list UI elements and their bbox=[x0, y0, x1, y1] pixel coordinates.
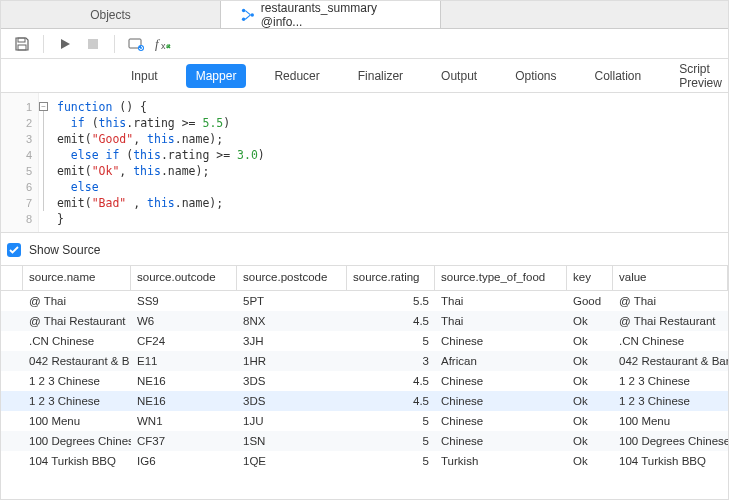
tab-objects[interactable]: Objects bbox=[1, 1, 221, 28]
cell bbox=[1, 319, 23, 323]
col-value[interactable]: value bbox=[613, 266, 728, 290]
cell bbox=[1, 459, 23, 463]
cell: 5.5 bbox=[347, 293, 435, 309]
show-source-label: Show Source bbox=[29, 243, 100, 257]
cell: SS9 bbox=[131, 293, 237, 309]
subtab-input[interactable]: Input bbox=[121, 64, 168, 88]
cell: Chinese bbox=[435, 393, 567, 409]
col-source-type[interactable]: source.type_of_food bbox=[435, 266, 567, 290]
col-source-postcode[interactable]: source.postcode bbox=[237, 266, 347, 290]
col-source-rating[interactable]: source.rating bbox=[347, 266, 435, 290]
cell bbox=[1, 299, 23, 303]
document-tabs: Objects restaurants_summary @info... bbox=[1, 1, 728, 29]
cell bbox=[1, 339, 23, 343]
subtab-script-preview[interactable]: Script Preview bbox=[669, 57, 729, 95]
cell: E11 bbox=[131, 353, 237, 369]
cell: 1 2 3 Chinese bbox=[613, 373, 728, 389]
cell: 3DS bbox=[237, 393, 347, 409]
cell: Turkish bbox=[435, 453, 567, 469]
table-row[interactable]: 100 MenuWN11JU5ChineseOk100 Menu bbox=[1, 411, 728, 431]
subtab-options[interactable]: Options bbox=[505, 64, 566, 88]
row-handle-header bbox=[1, 266, 23, 290]
code-editor[interactable]: 12345678 − function () { if (this.rating… bbox=[1, 93, 728, 233]
cell: 1QE bbox=[237, 453, 347, 469]
refresh-button[interactable] bbox=[125, 33, 147, 55]
cell: Ok bbox=[567, 393, 613, 409]
subtab-reducer[interactable]: Reducer bbox=[264, 64, 329, 88]
svg-point-2 bbox=[251, 13, 254, 16]
save-button[interactable] bbox=[11, 33, 33, 55]
show-source-row: Show Source bbox=[1, 233, 728, 265]
cell: 100 Degrees Chinese bbox=[613, 433, 728, 449]
code-content[interactable]: function () { if (this.rating >= 5.5) em… bbox=[53, 93, 269, 232]
table-row[interactable]: 104 Turkish BBQIG61QE5TurkishOk104 Turki… bbox=[1, 451, 728, 471]
fold-toggle[interactable]: − bbox=[39, 102, 48, 111]
subtab-mapper[interactable]: Mapper bbox=[186, 64, 247, 88]
cell: Ok bbox=[567, 453, 613, 469]
cell: 5 bbox=[347, 413, 435, 429]
subtab-finalizer[interactable]: Finalizer bbox=[348, 64, 413, 88]
cell: Ok bbox=[567, 333, 613, 349]
cell: 3 bbox=[347, 353, 435, 369]
function-button[interactable]: fx bbox=[153, 33, 175, 55]
tab-restaurants-summary[interactable]: restaurants_summary @info... bbox=[221, 1, 441, 28]
cell: 1HR bbox=[237, 353, 347, 369]
toolbar: fx bbox=[1, 29, 728, 59]
col-source-outcode[interactable]: source.outcode bbox=[131, 266, 237, 290]
cell: @ Thai Restaurant bbox=[613, 313, 728, 329]
show-source-checkbox[interactable] bbox=[7, 243, 21, 257]
svg-point-0 bbox=[242, 8, 245, 11]
cell: WN1 bbox=[131, 413, 237, 429]
stop-button[interactable] bbox=[82, 33, 104, 55]
run-button[interactable] bbox=[54, 33, 76, 55]
divider bbox=[43, 35, 44, 53]
cell: 100 Menu bbox=[613, 413, 728, 429]
cell: 4.5 bbox=[347, 313, 435, 329]
cell: Ok bbox=[567, 313, 613, 329]
table-row[interactable]: 1 2 3 ChineseNE163DS4.5ChineseOk1 2 3 Ch… bbox=[1, 371, 728, 391]
cell: 5PT bbox=[237, 293, 347, 309]
cell: 100 Degrees Chines bbox=[23, 433, 131, 449]
cell: 1SN bbox=[237, 433, 347, 449]
cell: Chinese bbox=[435, 413, 567, 429]
cell bbox=[1, 439, 23, 443]
cell: Ok bbox=[567, 353, 613, 369]
cell: 104 Turkish BBQ bbox=[613, 453, 728, 469]
cell: Thai bbox=[435, 293, 567, 309]
cell bbox=[1, 399, 23, 403]
col-key[interactable]: key bbox=[567, 266, 613, 290]
svg-rect-5 bbox=[88, 39, 98, 49]
table-row[interactable]: @ Thai RestaurantW68NX4.5ThaiOk@ Thai Re… bbox=[1, 311, 728, 331]
cell: 1 2 3 Chinese bbox=[613, 393, 728, 409]
cell: Chinese bbox=[435, 373, 567, 389]
cell: @ Thai bbox=[613, 293, 728, 309]
check-icon bbox=[9, 245, 19, 255]
table-row[interactable]: @ ThaiSS95PT5.5ThaiGood@ Thai bbox=[1, 291, 728, 311]
section-tabs: Input Mapper Reducer Finalizer Output Op… bbox=[1, 59, 728, 93]
svg-rect-4 bbox=[18, 45, 26, 50]
cell: Thai bbox=[435, 313, 567, 329]
cell: 104 Turkish BBQ bbox=[23, 453, 131, 469]
table-row[interactable]: 1 2 3 ChineseNE163DS4.5ChineseOk1 2 3 Ch… bbox=[1, 391, 728, 411]
cell: Ok bbox=[567, 373, 613, 389]
table-row[interactable]: .CN ChineseCF243JH5ChineseOk.CN Chinese bbox=[1, 331, 728, 351]
cell: 1 2 3 Chinese bbox=[23, 373, 131, 389]
grid-header: source.name source.outcode source.postco… bbox=[1, 265, 728, 291]
cell: 100 Menu bbox=[23, 413, 131, 429]
cell: NE16 bbox=[131, 393, 237, 409]
fold-gutter: − bbox=[39, 93, 53, 232]
table-row[interactable]: 100 Degrees ChinesCF371SN5ChineseOk100 D… bbox=[1, 431, 728, 451]
cell: 5 bbox=[347, 453, 435, 469]
cell: Ok bbox=[567, 433, 613, 449]
subtab-collation[interactable]: Collation bbox=[585, 64, 652, 88]
cell: African bbox=[435, 353, 567, 369]
subtab-output[interactable]: Output bbox=[431, 64, 487, 88]
cell: CF24 bbox=[131, 333, 237, 349]
cell bbox=[1, 419, 23, 423]
cell: Chinese bbox=[435, 433, 567, 449]
cell: 4.5 bbox=[347, 393, 435, 409]
table-row[interactable]: 042 Restaurant & BE111HR3AfricanOk042 Re… bbox=[1, 351, 728, 371]
cell: 4.5 bbox=[347, 373, 435, 389]
cell: 3DS bbox=[237, 373, 347, 389]
col-source-name[interactable]: source.name bbox=[23, 266, 131, 290]
